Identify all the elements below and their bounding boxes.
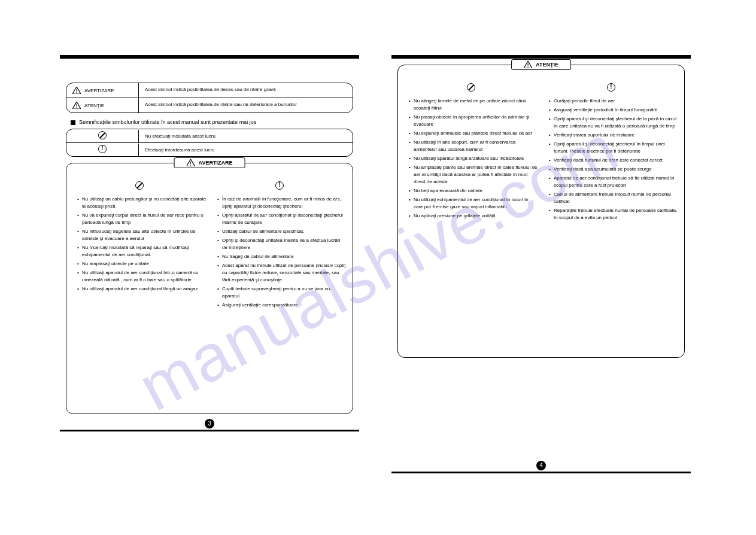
list-item: Opriţi şi deconectaţi unitatea înainte d… [217,237,347,251]
caution-triangle-icon [72,102,81,109]
left-column: Nu atingeţi lamele de metal de pe unitat… [404,83,538,223]
list-item: Nu utilizaţi aparatul de aer condiţionat… [77,285,207,293]
prohibit-icon [467,83,475,92]
box-header: ATENŢIE [511,59,571,70]
page-3: AVERTIZARE Acest simbol indică posibilit… [60,0,359,473]
list-item: Nu trageţi de cablul de alimentare [217,253,347,260]
list-item: Nu utilizaţi un cablu prelungitor şi nu … [77,196,207,210]
square-bullet-icon [71,120,75,125]
cell-desc: Nu efectuaţi niciodată acest lucru [138,130,353,142]
footer-bar: 3 [60,430,359,431]
warning-triangle-icon [72,87,81,94]
table-row: Nu efectuaţi niciodată acest lucru [66,129,353,143]
top-bar [391,55,691,59]
list-item: Nu aplicaţi presiune pe grilajele unităţ… [409,212,538,220]
page-spread: AVERTIZARE Acest simbol indică posibilit… [0,0,756,473]
symbol-table-1: AVERTIZARE Acest simbol indică posibilit… [66,83,353,113]
list-item: Nu utilizaţi în alte scopuri, cum ar fi … [409,139,538,153]
list-item: Nu vă expuneţi corpul direct la fluxul d… [77,212,207,226]
list-item: Nu plasaţi obiecte în apropierea orifici… [409,114,538,128]
table-row: ATENŢIE Acest simbol indică posibilitate… [66,98,353,113]
caution-list-right: Curăţaţi periodic filtrul de aer Asigura… [544,98,678,221]
list-item: Reparaţiile trebuie efectuate numai de p… [549,207,678,221]
list-item: În caz de anomalii în funcţionare, cum a… [217,196,347,210]
right-column: Curăţaţi periodic filtrul de aer Asigura… [544,83,678,223]
page-4: ATENŢIE Nu atingeţi lamele de metal de p… [391,0,691,473]
mandatory-icon [98,145,107,153]
mandatory-icon [607,83,615,92]
svg-point-3 [76,107,77,108]
top-bar [60,55,359,59]
prohibit-icon [135,181,144,190]
list-item: Cablul de alimentare trebuie înlocuit nu… [549,191,678,205]
list-item: Aparatul de aer condiţionat trebuie să f… [549,175,678,189]
list-item: Nu expuneţi animalele sau plantele direc… [409,130,538,137]
cell-desc: Acest simbol indică posibilitatea de dec… [138,83,353,98]
list-item: Utilizaţi cablul de alimentare specifica… [217,228,347,235]
box-header: AVERTIZARE [174,157,245,168]
page-number: 3 [205,419,214,428]
prohibit-icon [98,131,107,139]
warning-list-right: În caz de anomalii în funcţionare, cum a… [212,196,347,309]
table-row: Efectuaţi întotdeauna acest lucru [66,143,353,156]
caution-list-left: Nu atingeţi lamele de metal de pe unitat… [404,98,538,220]
list-item: Nu încercaţi niciodată să reparaţi sau s… [77,244,207,259]
list-item: Nu utilizaţi aparatul lângă arzătoare sa… [409,155,538,162]
list-item: Acest aparat nu trebuie utilizat de pers… [217,262,347,284]
list-item: Asiguraţi ventilaţie corespunzătoare [217,302,347,309]
symbol-table-2: Nu efectuaţi niciodată acest lucru Efect… [66,129,353,157]
subtitle: Semnificaţiile simbolurilor utilizate în… [71,119,353,125]
page-number: 4 [536,461,546,470]
left-column: Nu utilizaţi un cablu prelungitor şi nu … [72,181,207,311]
list-item: Asiguraţi ventilaţie periodică în timpul… [549,107,678,114]
list-item: Nu utilizaţi aparatul de aer condiţionat… [77,269,207,284]
table-row: AVERTIZARE Acest simbol indică posibilit… [66,83,353,98]
cell-label: ATENŢIE [84,103,104,108]
list-item: Nu amplasaţi plante sau animale direct î… [409,164,538,186]
svg-point-5 [190,165,191,165]
list-item: Opriţi aparatul şi deconectaţi ştecherul… [549,141,678,155]
mandatory-icon [275,181,284,190]
warning-list-left: Nu utilizaţi un cablu prelungitor şi nu … [72,196,207,293]
list-item: Verificaţi starea suportului de instalar… [549,132,678,139]
cell-label: AVERTIZARE [84,88,114,93]
right-column: În caz de anomalii în funcţionare, cum a… [212,181,347,311]
cell-desc: Efectuaţi întotdeauna acest lucru [138,144,353,156]
caution-triangle-icon [524,61,532,68]
footer-bar: 4 [391,472,691,473]
warning-box: AVERTIZARE Nu utilizaţi un cablu prelung… [66,163,353,414]
caution-box: ATENŢIE Nu atingeţi lamele de metal de p… [397,65,685,358]
list-item: Nu amplasaţi obiecte pe unitate [77,260,207,268]
warning-triangle-icon [187,159,195,166]
svg-point-1 [76,92,77,93]
list-item: Nu beţi apa evacuată din unitate [409,187,538,194]
list-item: Verificaţi dacă furtunul de dren este co… [549,157,678,164]
list-item: Opriţi aparatul de aer condiţionat şi de… [217,212,347,226]
svg-point-7 [527,66,528,67]
list-item: Copiii trebuie supravegheaţi pentru a nu… [217,285,347,300]
list-item: Nu introduceţi degetele sau alte obiecte… [77,228,207,242]
list page4.box.right.6: Verificaţi dacă apa acumulată se poate s… [549,166,678,173]
list-item: Nu utilizaţi echipamentul de aer condiţi… [409,196,538,211]
list-item: Nu atingeţi lamele de metal de pe unitat… [409,98,538,112]
list-item: Opriţi aparatul şi deconectaţi ştecherul… [549,115,678,130]
cell-desc: Acest simbol indică posibilitatea de răn… [138,98,353,113]
list-item: Curăţaţi periodic filtrul de aer [549,98,678,105]
